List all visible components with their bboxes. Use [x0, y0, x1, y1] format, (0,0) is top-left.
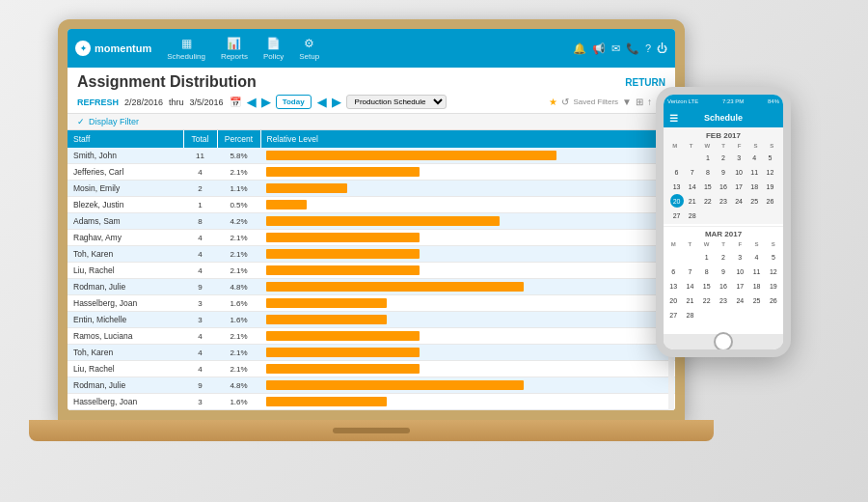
table-row[interactable]: Jefferies, Carl42.1% — [68, 164, 675, 181]
calendar-day[interactable]: 11 — [747, 165, 761, 179]
col-relative[interactable]: Relative Level — [260, 130, 675, 148]
table-row[interactable]: Adams, Sam84.2% — [68, 213, 675, 230]
calendar-day[interactable]: 21 — [686, 194, 699, 208]
export-icon[interactable]: ↑ — [647, 97, 652, 107]
calendar-day[interactable]: 28 — [686, 209, 699, 222]
table-row[interactable]: Mosin, Emily21.1% — [68, 181, 675, 197]
calendar-day[interactable]: 6 — [666, 265, 680, 278]
prev2-nav-icon[interactable]: ◀ — [317, 96, 326, 109]
prev-nav-icon[interactable]: ◀ — [247, 96, 256, 109]
nav-scheduling[interactable]: ▦ Scheduling — [167, 37, 205, 61]
next2-nav-icon[interactable]: ▶ — [332, 96, 340, 109]
megaphone-icon[interactable]: 📢 — [592, 42, 606, 55]
nav-policy[interactable]: 📄 Policy — [263, 37, 284, 61]
calendar-day[interactable]: 3 — [732, 151, 746, 164]
calendar-day[interactable]: 26 — [763, 194, 776, 208]
calendar-day[interactable]: 14 — [683, 279, 696, 293]
phone-icon[interactable]: 📞 — [626, 42, 639, 55]
calendar-day[interactable]: 18 — [747, 180, 761, 193]
calendar-day[interactable]: 21 — [683, 293, 696, 307]
table-row[interactable]: Liu, Rachel42.1% — [68, 263, 675, 279]
calendar-day[interactable]: 24 — [733, 293, 746, 307]
calendar-day[interactable]: 14 — [686, 180, 699, 193]
table-row[interactable]: Hasselberg, Joan31.6% — [68, 394, 675, 410]
calendar-day[interactable]: 2 — [717, 250, 730, 264]
calendar-day[interactable]: 9 — [717, 265, 730, 278]
table-row[interactable]: Smith, John115.8% — [68, 148, 675, 164]
calendar-day[interactable]: 19 — [763, 180, 776, 193]
calendar-day[interactable]: 22 — [701, 194, 715, 208]
calendar-day[interactable]: 22 — [700, 293, 714, 307]
table-row[interactable]: Raghav, Amy42.1% — [68, 230, 675, 246]
calendar-day[interactable]: 7 — [683, 265, 696, 278]
next-nav-icon[interactable]: ▶ — [261, 96, 270, 109]
calendar-day[interactable]: 12 — [767, 265, 780, 278]
calendar-day[interactable]: 23 — [717, 293, 730, 307]
calendar-day[interactable]: 23 — [717, 194, 730, 208]
today-button[interactable]: Today — [276, 95, 312, 109]
calendar-day[interactable]: 12 — [763, 165, 776, 179]
copy-icon[interactable]: ⊞ — [636, 97, 643, 107]
phone-home-button[interactable] — [714, 332, 733, 351]
calendar-day[interactable]: 13 — [666, 279, 680, 293]
display-filter-bar[interactable]: ✓ Display Filter — [68, 114, 675, 130]
calendar-day[interactable]: 15 — [701, 180, 715, 193]
table-row[interactable]: Toh, Karen42.1% — [68, 345, 675, 361]
refresh-icon[interactable]: ↺ — [561, 97, 569, 107]
calendar-day[interactable]: 11 — [750, 265, 764, 278]
phone-menu-icon[interactable]: ☰ — [669, 113, 678, 124]
filter-icon[interactable]: ▼ — [622, 97, 632, 107]
calendar-icon[interactable]: 📅 — [230, 97, 241, 107]
bell-icon[interactable]: 🔔 — [573, 42, 586, 55]
power-icon[interactable]: ⏻ — [657, 42, 667, 54]
schedule-select[interactable]: Production Schedule — [346, 95, 447, 109]
saved-filters-label[interactable]: Saved Filters — [573, 98, 618, 106]
calendar-day[interactable]: 17 — [732, 180, 746, 193]
calendar-day[interactable]: 4 — [747, 151, 761, 164]
table-row[interactable]: Entin, Michelle31.6% — [68, 410, 675, 411]
calendar-day[interactable]: 25 — [750, 293, 764, 307]
calendar-day[interactable]: 10 — [733, 265, 746, 278]
table-row[interactable]: Entin, Michelle31.6% — [68, 312, 675, 328]
calendar-day[interactable]: 8 — [700, 265, 714, 278]
calendar-day[interactable]: 1 — [700, 250, 714, 264]
calendar-day[interactable]: 10 — [732, 165, 746, 179]
calendar-day[interactable]: 7 — [686, 165, 699, 179]
calendar-day[interactable]: 2 — [717, 151, 730, 164]
nav-reports[interactable]: 📊 Reports — [221, 37, 248, 61]
return-link[interactable]: RETURN — [625, 77, 665, 88]
calendar-day[interactable]: 25 — [747, 194, 761, 208]
calendar-day[interactable]: 1 — [701, 151, 715, 164]
calendar-day[interactable]: 3 — [733, 250, 746, 264]
calendar-day[interactable]: 28 — [683, 308, 696, 321]
calendar-day[interactable]: 4 — [750, 250, 764, 264]
calendar-day[interactable]: 15 — [700, 279, 714, 293]
calendar-day[interactable]: 18 — [750, 279, 764, 293]
calendar-day[interactable]: 24 — [732, 194, 746, 208]
col-total[interactable]: Total — [183, 130, 217, 148]
calendar-day[interactable]: 20 — [666, 293, 680, 307]
calendar-day[interactable]: 9 — [717, 165, 730, 179]
calendar-day[interactable]: 5 — [763, 151, 776, 164]
calendar-day[interactable]: 27 — [670, 209, 684, 222]
table-row[interactable]: Blezek, Justin10.5% — [68, 197, 675, 213]
table-row[interactable]: Liu, Rachel42.1% — [68, 361, 675, 377]
refresh-button[interactable]: REFRESH — [77, 98, 119, 107]
calendar-day[interactable]: 20 — [670, 194, 684, 208]
col-percent[interactable]: Percent — [217, 130, 260, 148]
star-icon[interactable]: ★ — [549, 97, 557, 107]
mail-icon[interactable]: ✉ — [611, 42, 620, 55]
calendar-day[interactable]: 16 — [717, 279, 730, 293]
calendar-day[interactable]: 8 — [701, 165, 715, 179]
calendar-day[interactable]: 27 — [666, 308, 680, 321]
calendar-day[interactable]: 19 — [767, 279, 780, 293]
calendar-day[interactable]: 26 — [767, 293, 780, 307]
table-row[interactable]: Hasselberg, Joan31.6% — [68, 295, 675, 312]
nav-setup[interactable]: ⚙ Setup — [299, 37, 319, 61]
calendar-day[interactable]: 16 — [717, 180, 730, 193]
calendar-day[interactable]: 6 — [670, 165, 684, 179]
help-icon[interactable]: ? — [645, 42, 651, 54]
table-row[interactable]: Ramos, Luciana42.1% — [68, 328, 675, 345]
calendar-day[interactable]: 13 — [670, 180, 684, 193]
table-row[interactable]: Rodman, Julie94.8% — [68, 279, 675, 295]
